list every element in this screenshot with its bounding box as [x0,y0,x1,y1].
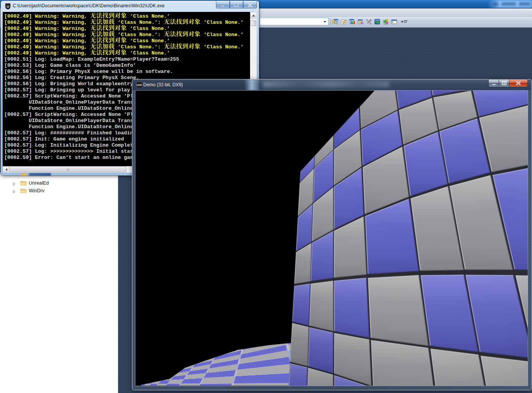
svg-text:’Class None.’:: ’Class None.’: [118,44,161,50]
svg-text:[0002.51] Log: LoadMap: Exampl: [0002.51] Log: LoadMap: ExampleEntry?Nam… [4,56,179,62]
svg-text:’Class None.’:: ’Class None.’: [118,32,161,38]
svg-text:[0002.56] Log: Creating Primar: [0002.56] Log: Creating Primary PhysX Sc… [4,75,139,81]
svg-text:[0002.53] Log: Game class is ’: [0002.53] Log: Game class is ’DemoGameIn… [4,63,136,68]
svg-text:[0002.49] Warning: Warning,: [0002.49] Warning: Warning, [4,44,87,50]
svg-text:[0002.49] Warning: Warning,: [0002.49] Warning: Warning, [4,50,87,56]
svg-text:’Class None.’: ’Class None.’ [130,13,170,19]
svg-text:U: U [7,5,9,8]
svg-text:’Class None.’: ’Class None.’ [204,20,244,25]
svg-text:[0002.49] Warning: Warning,: [0002.49] Warning: Warning, [4,32,87,38]
svg-text:’Class None.’:: ’Class None.’: [118,20,161,25]
svg-text:[0002.49] Warning: Warning,: [0002.49] Warning: Warning, [4,38,87,44]
svg-text:[0002.57] Log: Initializing En: [0002.57] Log: Initializing Engine Compl… [4,142,139,148]
svg-text:’Class None.’: ’Class None.’ [204,44,244,50]
svg-text:UDK: UDK [136,84,142,86]
svg-text:[0002.49] Warning: Warning,: [0002.49] Warning: Warning, [4,26,87,31]
svg-text:’Class None.’: ’Class None.’ [130,38,170,44]
svg-text:’Class None.’: ’Class None.’ [130,26,170,31]
svg-text:[0002.49] Warning: Warning,: [0002.49] Warning: Warning, [4,13,87,19]
svg-text:’Class None.’: ’Class None.’ [130,50,170,56]
svg-text:[0002.49] Warning: Warning,: [0002.49] Warning: Warning, [4,20,87,25]
svg-text:[0002.57] Log: Bringing up lev: [0002.57] Log: Bringing up level for pla… [4,87,130,93]
svg-text:[0002.56] Log: Primary PhysX s: [0002.56] Log: Primary PhysX scene will … [4,69,173,74]
svg-text:[0002.57] Init: Game engine in: [0002.57] Init: Game engine initialized [4,136,124,142]
svg-text:’Class None.’: ’Class None.’ [204,32,244,38]
